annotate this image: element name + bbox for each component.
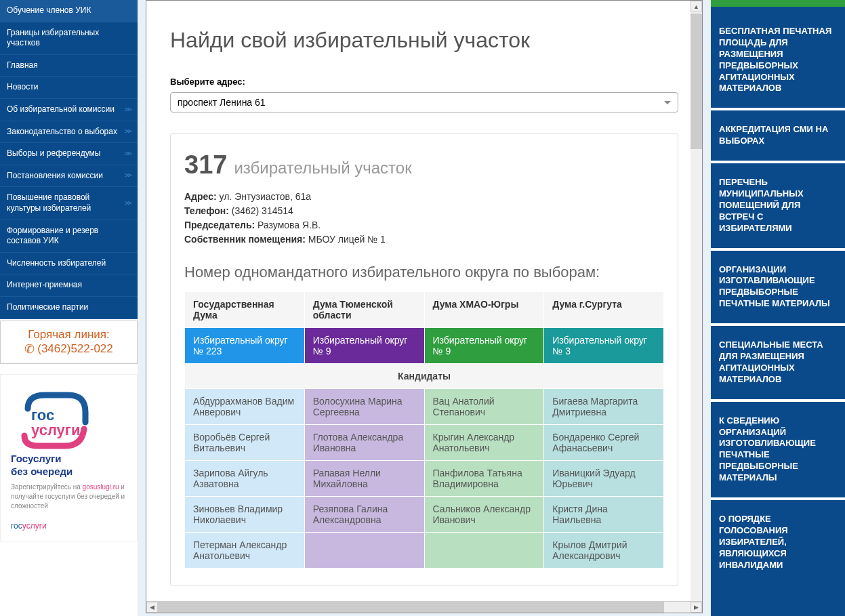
address-value: проспект Ленина 61 [178,97,266,108]
right-separator [711,248,845,251]
nav-item-7[interactable]: Постановления комиссии>> [0,165,138,188]
chevron-right-icon: >> [125,199,131,208]
candidate-row: Зарипова Айгуль АзватовнаРапавая Нелли М… [185,461,664,497]
nav-item-5[interactable]: Законодательство о выборах>> [0,121,138,144]
nav-item-1[interactable]: Границы избирательных участков [0,22,138,55]
district-cell-0: Избирательный округ № 223 [185,328,305,364]
nav-item-8[interactable]: Повышение правовой культуры избирателей>… [0,187,138,220]
candidate-cell: Вац Анатолий Степанович [424,389,544,425]
left-sidebar: Обучение членов УИКГраницы избирательных… [0,0,138,616]
candidate-cell: Сальников Александр Иванович [424,497,544,533]
right-nav-item-0[interactable]: БЕСПЛАТНАЯ ПЕЧАТНАЯ ПЛОЩАДЬ ДЛЯ РАЗМЕЩЕН… [711,19,845,101]
nav-item-10[interactable]: Численность избирателей [0,253,138,275]
nav-item-6[interactable]: Выборы и референдумы>> [0,143,138,165]
scroll-thumb-h[interactable] [158,602,664,613]
districts-table: Государственная ДумаДума Тюменской облас… [184,291,664,569]
nav-item-label: Обучение членов УИК [7,5,91,16]
gosuslugi-link[interactable]: gosuslugi.ru [83,483,119,491]
nav-item-label: Главная [7,60,38,71]
nav-item-label: Повышение правовой культуры избирателей [7,192,125,213]
right-nav-item-1[interactable]: АККРЕДИТАЦИЯ СМИ НА ВЫБОРАХ [711,117,845,154]
districts-heading: Номер одномандатного избирательного окру… [184,264,664,281]
address-label: Выберите адрес: [170,77,678,87]
nav-item-9[interactable]: Формирование и резерв составов УИК [0,220,138,253]
right-nav-item-2[interactable]: ПЕРЕЧЕНЬ МУНИЦИПАЛЬНЫХ ПОМЕЩЕНИЙ ДЛЯ ВСТ… [711,170,845,241]
gosuslugi-banner[interactable]: гос услуги Госуслуги без очереди Зарегис… [0,374,138,541]
chevron-right-icon: >> [125,171,131,180]
banner-text: Зарегистрируйтесь на gosuslugi.ru и полу… [11,482,127,511]
candidate-cell: Крыгин Александр Анатольевич [424,425,544,461]
gosuslugi-logo: гос услуги [11,385,99,453]
right-top-accent [711,0,845,7]
nav-item-3[interactable]: Новости [0,77,138,99]
info-phone: Телефон: (3462) 314514 [184,204,664,218]
hotline-title: Горячая линия: [7,328,130,342]
hotline-number: (3462)522-022 [37,342,113,356]
station-number: 317 [184,150,227,180]
candidate-cell: Панфилова Татьяна Владимировна [424,461,544,497]
banner-subtitle: без очереди [11,466,127,477]
table-header-1: Дума Тюменской области [304,292,424,328]
nav-item-0[interactable]: Обучение членов УИК [0,0,138,22]
page-root: Обучение членов УИКГраницы избирательных… [0,0,845,616]
right-separator [711,108,845,110]
nav-item-12[interactable]: Политические партии [0,297,138,319]
right-separator [711,399,845,402]
info-chairperson: Председатель: Разумова Я.В. [184,218,664,232]
nav-item-label: Выборы и референдумы [7,148,100,159]
nav-item-4[interactable]: Об избирательной комиссии>> [0,99,138,121]
candidate-cell: Абдуррахманов Вадим Анверович [185,389,305,425]
scroll-right-icon[interactable]: ▶ [691,602,702,613]
hotline-box: Горячая линия: ✆ (3462)522-022 [0,321,138,364]
nav-item-label: Постановления комиссии [7,171,103,182]
district-cell-2: Избирательный округ № 9 [424,328,544,364]
nav-item-label: Формирование и резерв составов УИК [7,226,131,247]
candidate-cell: Глотова Александра Ивановна [304,425,424,461]
district-cell-3: Избирательный округ № 3 [544,328,664,364]
nav-item-label: Новости [7,82,38,93]
scroll-thumb-v[interactable] [691,14,702,149]
content-frame: Найди свой избирательный участок Выберит… [146,0,703,613]
vertical-scrollbar[interactable]: ▲ [691,1,702,601]
candidate-cell: Рапавая Нелли Михайловна [304,461,424,497]
center-column: Найди свой избирательный участок Выберит… [138,0,711,616]
chevron-right-icon: >> [125,127,131,136]
candidate-cell: Бигаева Маргарита Дмитриевна [544,389,664,425]
candidate-cell [424,533,544,569]
nav-item-11[interactable]: Интернет-приемная [0,274,138,297]
candidate-cell: Бондаренко Сергей Афанасьевич [544,425,664,461]
result-panel: 317 избирательный участок Адрес: ул. Энт… [170,133,678,586]
content-scroll[interactable]: Найди свой избирательный участок Выберит… [146,1,702,601]
nav-item-label: Границы избирательных участков [7,28,131,49]
nav-item-label: Интернет-приемная [7,280,82,291]
district-cell-1: Избирательный округ № 9 [304,328,424,364]
scroll-up-icon[interactable]: ▲ [691,1,702,12]
scroll-left-icon[interactable]: ◀ [146,602,158,613]
right-separator [711,323,845,326]
right-nav-item-4[interactable]: СПЕЦИАЛЬНЫЕ МЕСТА ДЛЯ РАЗМЕЩЕНИЯ АГИТАЦИ… [711,333,845,392]
nav-item-label: Законодательство о выборах [7,127,117,138]
table-header-3: Дума г.Сургута [544,292,664,328]
nav-item-label: Политические партии [7,302,88,313]
nav-item-label: Численность избирателей [7,258,106,269]
right-separator [711,497,845,500]
right-nav-item-6[interactable]: О ПОРЯДКЕ ГОЛОСОВАНИЯ ИЗБИРАТЕЛЕЙ, ЯВЛЯЮ… [711,507,845,577]
banner-title: Госуслуги [11,453,127,464]
horizontal-scrollbar[interactable]: ◀ ▶ [146,601,702,613]
right-separator [711,161,845,163]
address-select[interactable]: проспект Ленина 61 [170,92,678,112]
page-title: Найди свой избирательный участок [170,28,678,53]
right-nav-item-3[interactable]: ОРГАНИЗАЦИИ ИЗГОТАВЛИВАЮЩИЕ ПРЕДВЫБОРНЫЕ… [711,258,845,317]
right-nav-item-5[interactable]: К СВЕДЕНИЮ ОРГАНИЗАЦИЙ ИЗГОТОВЛИВАЮЩИЕ П… [711,409,845,491]
candidate-cell: Зиновьев Владимир Николаевич [185,497,305,533]
nav-item-2[interactable]: Главная [0,55,138,77]
candidate-cell: Петерман Александр Анатольевич [185,533,305,569]
candidate-cell: Иваницкий Эдуард Юрьевич [544,461,664,497]
candidate-cell: Воробьёв Сергей Витальевич [185,425,305,461]
info-address: Адрес: ул. Энтузиастов, 61а [184,190,664,204]
chevron-right-icon: >> [125,105,131,115]
candidate-row: Воробьёв Сергей ВитальевичГлотова Алекса… [185,425,664,461]
candidate-cell: Зарипова Айгуль Азватовна [185,461,305,497]
candidate-cell [304,533,424,569]
svg-text:услуги: услуги [31,422,81,438]
